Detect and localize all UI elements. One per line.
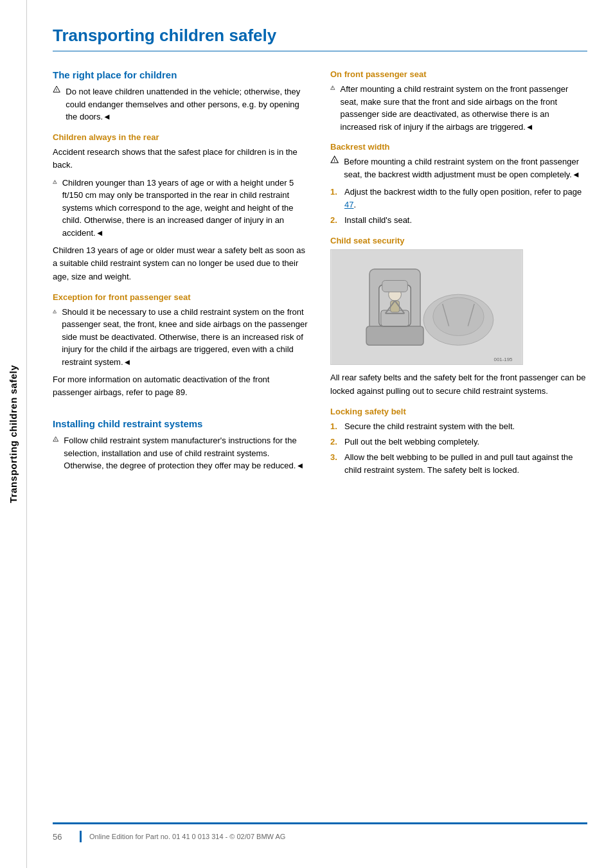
list-item: 1. Adjust the backrest width to the full… [330,186,587,211]
svg-text:001-195: 001-195 [493,357,513,362]
svg-point-24 [433,298,484,336]
two-col-layout: The right place for children ! Do not le… [53,69,587,803]
warning-icon-4: ! [53,434,58,451]
footer-line [80,831,82,842]
warning-block-r2: ! Before mounting a child restraint syst… [330,155,587,181]
section-heading-right-place: The right place for children [53,69,310,80]
list-item: 2. Install child's seat. [330,214,587,227]
sub-heading-rear: Children always in the rear [53,132,310,142]
sub-heading-exception: Exception for front passenger seat [53,292,310,302]
locking-list: 1. Secure the child restraint system wit… [330,420,587,477]
svg-rect-18 [391,301,400,313]
sub-heading-child-seat: Child seat security [330,236,587,245]
warning-block-r1: ! After mounting a child restraint syste… [330,83,587,133]
warning-icon-3: ! [53,306,57,323]
footer-copyright: Online Edition for Part no. 01 41 0 013 … [89,833,285,840]
svg-rect-22 [382,281,408,292]
warning-icon-r1: ! [330,83,335,100]
section-heading-installing: Installing child restraint systems [53,418,310,429]
page-footer: 56 Online Edition for Part no. 01 41 0 0… [53,822,587,842]
child-seat-image: 001-195 [330,249,523,365]
warning-block-1: ! Do not leave children unattended in th… [53,85,310,123]
warning-icon-2: ! [53,177,57,193]
svg-text:!: ! [332,87,333,90]
sidebar: Transporting children safely [0,0,27,868]
body-text-rear-2: Children 13 years of age or older must w… [53,244,310,283]
child-seat-body: All rear safety belts and the safety bel… [330,371,587,397]
warning-icon-1: ! [53,85,60,102]
svg-rect-16 [381,310,409,326]
page-wrapper: Transporting children safely Transportin… [0,0,613,868]
list-num: 3. [330,451,339,477]
sub-heading-front-passenger: On front passenger seat [330,69,587,79]
svg-rect-14 [366,326,423,346]
child-seat-svg: 001-195 [331,250,522,364]
list-num: 1. [330,420,339,433]
page-number: 56 [53,832,72,842]
warning-text-r2: Before mounting a child restraint system… [344,155,587,181]
svg-text:!: ! [333,158,335,163]
left-column: The right place for children ! Do not le… [53,69,310,803]
warning-text-r1: After mounting a child restraint system … [341,83,587,133]
sub-heading-locking: Locking safety belt [330,407,587,416]
list-item-text: Adjust the backrest width to the fully o… [344,186,587,211]
sub-heading-backrest: Backrest width [330,142,587,152]
list-num: 2. [330,214,339,227]
page-title: Transporting children safely [53,26,587,51]
svg-text:!: ! [55,310,55,313]
list-item-text: Install child's seat. [344,214,412,227]
svg-rect-12 [332,250,522,364]
list-item-text: Secure the child restraint system with t… [344,420,515,433]
list-num: 2. [330,436,339,448]
body-text-exception: For more information on automatic deacti… [53,373,310,399]
main-content: Transporting children safely The right p… [27,0,613,868]
warning-icon-r2: ! [330,155,339,172]
warning-block-4: ! Follow child restraint system manufact… [53,434,310,472]
list-item: 2. Pull out the belt webbing completely. [330,436,587,448]
svg-text:!: ! [55,181,55,184]
list-item-text: Allow the belt webbing to be pulled in a… [344,451,587,477]
svg-text:!: ! [55,438,57,441]
warning-block-2: ! Children younger than 13 years of age … [53,177,310,240]
warning-text-4: Follow child restraint system manufactur… [64,434,310,472]
page-link-47[interactable]: 47 [344,200,353,209]
list-num: 1. [330,186,339,211]
svg-text:!: ! [56,88,57,92]
warning-text-2: Children younger than 13 years of age or… [62,177,310,240]
list-item: 3. Allow the belt webbing to be pulled i… [330,451,587,477]
right-column: On front passenger seat ! After mounting… [330,69,587,803]
backrest-list: 1. Adjust the backrest width to the full… [330,186,587,227]
sidebar-label: Transporting children safely [8,365,19,503]
list-item: 1. Secure the child restraint system wit… [330,420,587,433]
warning-text-1: Do not leave children unattended in the … [66,85,310,123]
list-item-text: Pull out the belt webbing completely. [344,436,479,448]
warning-block-3: ! Should it be necessary to use a child … [53,306,310,369]
warning-text-3: Should it be necessary to use a child re… [62,306,310,369]
body-text-rear-1: Accident research shows that the safest … [53,146,310,172]
